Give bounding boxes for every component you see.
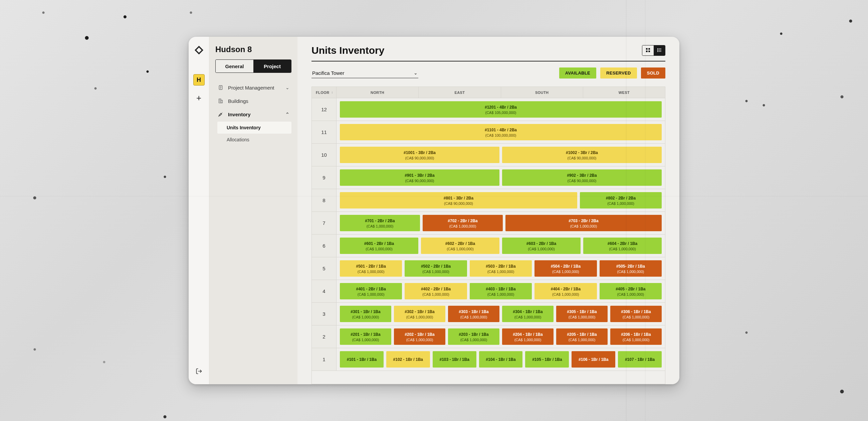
unit-price: (CA$ 1,000,000) <box>617 292 644 297</box>
unit-card[interactable]: #602 - 2Br / 1Ba(CA$ 1,000,000) <box>421 237 499 254</box>
unit-card[interactable]: #107 - 1Br / 1Ba <box>618 351 662 368</box>
unit-card[interactable]: #1002 - 3Br / 2Ba(CA$ 90,000,000) <box>502 147 662 163</box>
unit-card[interactable]: #106 - 1Br / 1Ba <box>571 351 615 368</box>
unit-card[interactable]: #305 - 1Br / 1Ba(CA$ 1,000,000) <box>556 306 608 322</box>
grid-body[interactable]: 12#1201 - 4Br / 2Ba(CA$ 105,000,000)11#1… <box>312 98 665 384</box>
unit-card[interactable]: #502 - 2Br / 1Ba(CA$ 1,000,000) <box>405 260 467 277</box>
unit-card[interactable]: #1101 - 4Br / 2Ba(CA$ 100,000,000) <box>340 124 662 140</box>
unit-card[interactable]: #603 - 2Br / 1Ba(CA$ 1,000,000) <box>502 237 581 254</box>
unit-card[interactable]: #504 - 2Br / 1Ba(CA$ 1,000,000) <box>534 260 597 277</box>
view-list-button[interactable] <box>654 46 665 55</box>
unit-card[interactable]: #604 - 2Br / 1Ba(CA$ 1,000,000) <box>583 237 662 254</box>
unit-card[interactable]: #204 - 1Br / 1Ba(CA$ 1,000,000) <box>502 329 554 345</box>
unit-card[interactable]: #801 - 3Br / 2Ba(CA$ 90,000,000) <box>340 192 577 208</box>
unit-card[interactable]: #702 - 2Br / 2Ba(CA$ 1,000,000) <box>423 215 503 231</box>
unit-price: (CA$ 1,000,000) <box>367 224 394 228</box>
app-rail: H + <box>189 37 209 384</box>
unit-card[interactable]: #703 - 2Br / 2Ba(CA$ 1,000,000) <box>505 215 662 231</box>
chevron-down-icon: ⌄ <box>414 70 417 76</box>
unit-card[interactable]: #201 - 1Br / 1Ba(CA$ 1,000,000) <box>340 329 391 345</box>
unit-price: (CA$ 1,000,000) <box>406 338 433 342</box>
nav-inventory-children: Units Inventory Allocations <box>217 122 291 146</box>
unit-card[interactable]: #404 - 2Br / 1Ba(CA$ 1,000,000) <box>534 283 597 299</box>
unit-price: (CA$ 1,000,000) <box>460 338 488 342</box>
unit-card[interactable]: #701 - 2Br / 2Ba(CA$ 1,000,000) <box>340 215 420 231</box>
unit-card[interactable]: #401 - 2Br / 1Ba(CA$ 1,000,000) <box>340 283 402 299</box>
nav-label: Project Management <box>228 85 274 90</box>
unit-price: (CA$ 1,000,000) <box>552 270 579 274</box>
nav-allocations[interactable]: Allocations <box>217 134 291 146</box>
add-project-button[interactable]: + <box>193 92 205 104</box>
unit-label: #602 - 2Br / 1Ba <box>445 241 475 246</box>
unit-label: #405 - 2Br / 1Ba <box>616 287 645 291</box>
floor-units: #1201 - 4Br / 2Ba(CA$ 105,000,000) <box>337 98 665 121</box>
floor-label: 11 <box>312 121 337 143</box>
unit-price: (CA$ 90,000,000) <box>405 156 434 160</box>
floor-units: #701 - 2Br / 2Ba(CA$ 1,000,000)#702 - 2B… <box>337 212 665 234</box>
unit-label: #504 - 2Br / 1Ba <box>551 264 581 269</box>
unit-price: (CA$ 90,000,000) <box>567 156 597 160</box>
unit-label: #501 - 2Br / 1Ba <box>356 264 386 269</box>
unit-label: #801 - 3Br / 2Ba <box>444 196 473 200</box>
unit-card[interactable]: #303 - 1Br / 1Ba(CA$ 1,000,000) <box>448 306 499 322</box>
unit-card[interactable]: #601 - 2Br / 1Ba(CA$ 1,000,000) <box>340 237 418 254</box>
unit-card[interactable]: #403 - 1Br / 1Ba(CA$ 1,000,000) <box>470 283 532 299</box>
unit-card[interactable]: #203 - 1Br / 1Ba(CA$ 1,000,000) <box>448 329 499 345</box>
list-icon <box>657 48 662 54</box>
unit-card[interactable]: #101 - 1Br / 1Ba <box>340 351 383 368</box>
unit-card[interactable]: #105 - 1Br / 1Ba <box>525 351 569 368</box>
nav-project-management[interactable]: Project Management ⌄ <box>215 81 291 94</box>
unit-price: (CA$ 1,000,000) <box>450 224 476 228</box>
unit-label: #603 - 2Br / 1Ba <box>526 241 556 246</box>
unit-label: #102 - 1Br / 1Ba <box>393 357 423 362</box>
svg-rect-14 <box>646 51 648 52</box>
unit-card[interactable]: #304 - 1Br / 1Ba(CA$ 1,000,000) <box>502 306 554 322</box>
unit-card[interactable]: #402 - 2Br / 1Ba(CA$ 1,000,000) <box>405 283 467 299</box>
nav-buildings[interactable]: Buildings <box>215 94 291 108</box>
unit-card[interactable]: #501 - 2Br / 1Ba(CA$ 1,000,000) <box>340 260 402 277</box>
unit-label: #1002 - 3Br / 2Ba <box>566 150 598 155</box>
unit-card[interactable]: #102 - 1Br / 1Ba <box>386 351 430 368</box>
unit-card[interactable]: #103 - 1Br / 1Ba <box>433 351 476 368</box>
unit-card[interactable]: #202 - 1Br / 1Ba(CA$ 1,000,000) <box>394 329 445 345</box>
building-icon <box>217 97 224 104</box>
chevron-down-icon: ⌄ <box>285 85 289 90</box>
unit-card[interactable]: #301 - 1Br / 1Ba(CA$ 1,000,000) <box>340 306 391 322</box>
building-select-value: Pacifica Tower <box>312 70 344 76</box>
unit-card[interactable]: #205 - 1Br / 1Ba(CA$ 1,000,000) <box>556 329 608 345</box>
unit-price: (CA$ 1,000,000) <box>623 315 650 319</box>
status-legend: AVAILABLE RESERVED SOLD <box>559 67 665 79</box>
logout-icon[interactable] <box>193 366 205 377</box>
tab-general[interactable]: General <box>216 60 253 73</box>
col-floor-label: FLOOR <box>316 90 330 94</box>
project-badge[interactable]: H <box>193 74 205 86</box>
unit-price: (CA$ 1,000,000) <box>528 247 555 251</box>
view-grid-button[interactable] <box>642 46 654 55</box>
unit-card[interactable]: #902 - 3Br / 2Ba(CA$ 90,000,000) <box>502 169 662 186</box>
unit-card[interactable]: #302 - 1Br / 1Ba(CA$ 1,000,000) <box>394 306 445 322</box>
nav-inventory[interactable]: Inventory ⌃ <box>215 108 291 121</box>
unit-card[interactable]: #306 - 1Br / 1Ba(CA$ 1,000,000) <box>610 306 662 322</box>
unit-price: (CA$ 105,000,000) <box>486 111 517 115</box>
unit-card[interactable]: #802 - 2Br / 2Ba(CA$ 1,000,000) <box>580 192 662 208</box>
floor-units: #1001 - 3Br / 2Ba(CA$ 90,000,000)#1002 -… <box>337 144 665 166</box>
nav-units-inventory[interactable]: Units Inventory <box>217 122 291 134</box>
unit-price: (CA$ 100,000,000) <box>486 133 517 137</box>
unit-card[interactable]: #503 - 2Br / 1Ba(CA$ 1,000,000) <box>470 260 532 277</box>
unit-card[interactable]: #1001 - 3Br / 2Ba(CA$ 90,000,000) <box>340 147 499 163</box>
tab-project[interactable]: Project <box>253 60 291 73</box>
unit-price: (CA$ 1,000,000) <box>352 338 379 342</box>
unit-card[interactable]: #1201 - 4Br / 2Ba(CA$ 105,000,000) <box>340 101 662 118</box>
floor-units: #601 - 2Br / 1Ba(CA$ 1,000,000)#602 - 2B… <box>337 234 665 257</box>
unit-card[interactable]: #104 - 1Br / 1Ba <box>479 351 523 368</box>
col-floor[interactable]: FLOOR ↕ <box>312 87 337 98</box>
svg-rect-17 <box>659 49 661 49</box>
unit-price: (CA$ 1,000,000) <box>460 315 488 319</box>
unit-card[interactable]: #901 - 3Br / 2Ba(CA$ 90,000,000) <box>340 169 499 186</box>
floor-units: #201 - 1Br / 1Ba(CA$ 1,000,000)#202 - 1B… <box>337 326 665 348</box>
unit-card[interactable]: #505- 2Br / 1Ba(CA$ 1,000,000) <box>599 260 662 277</box>
unit-label: #901 - 3Br / 2Ba <box>405 173 434 178</box>
unit-card[interactable]: #206 - 1Br / 1Ba(CA$ 1,000,000) <box>610 329 662 345</box>
building-select[interactable]: Pacifica Tower ⌄ <box>311 68 418 78</box>
unit-card[interactable]: #405 - 2Br / 1Ba(CA$ 1,000,000) <box>599 283 662 299</box>
